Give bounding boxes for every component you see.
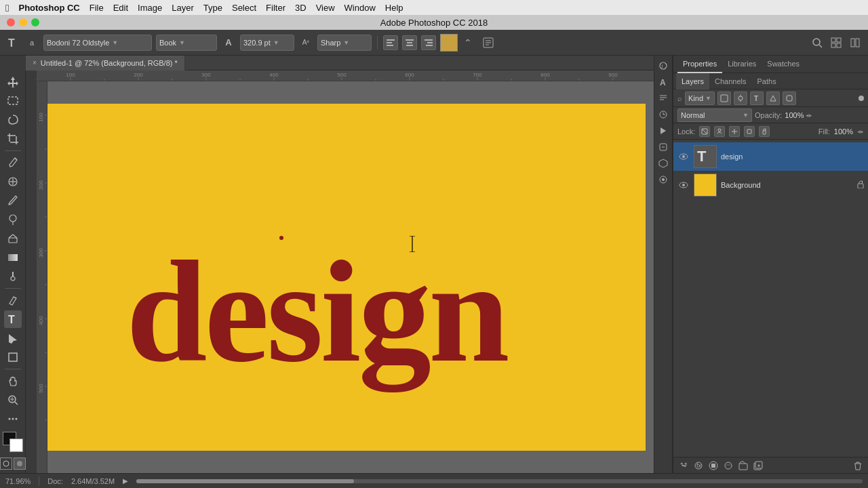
font-size-dropdown[interactable]: 320.9 pt ▼ [240, 35, 294, 51]
character-panel-button[interactable] [481, 35, 496, 50]
svg-text:700: 700 [473, 72, 482, 78]
filter-kind-dropdown[interactable]: Kind ▼ [685, 92, 715, 105]
filter-smart-icon[interactable] [783, 92, 796, 105]
pen-tool[interactable] [4, 291, 22, 309]
lock-image-icon[interactable] [714, 126, 725, 137]
menu-3d[interactable]: 3D [295, 3, 307, 13]
filter-text-icon[interactable]: T [750, 92, 764, 105]
shape-tool[interactable] [4, 348, 22, 366]
font-style-dropdown[interactable]: Book ▼ [156, 35, 217, 51]
properties-tab[interactable]: Properties [677, 56, 722, 73]
svg-rect-90 [711, 464, 715, 468]
character-panel-icon[interactable]: A [656, 75, 671, 89]
history-panel-icon[interactable] [656, 107, 671, 122]
paths-tab[interactable]: Paths [752, 73, 782, 89]
hand-tool[interactable] [4, 372, 22, 390]
canvas[interactable]: design [45, 104, 646, 451]
panel-toggle-icon[interactable]: i [656, 58, 671, 73]
adjustment-layer-button[interactable] [722, 460, 734, 472]
lock-transparent-icon[interactable] [699, 126, 710, 137]
text-color-swatch[interactable] [440, 34, 458, 52]
libraries-tab[interactable]: Libraries [722, 56, 762, 73]
maximize-button[interactable] [31, 18, 39, 26]
layer-visibility-design[interactable] [677, 150, 690, 163]
fill-value[interactable]: 100% [834, 127, 853, 136]
healing-tool[interactable] [4, 173, 22, 190]
channels-tab[interactable]: Channels [709, 73, 751, 89]
paragraph-panel-icon[interactable] [656, 91, 671, 106]
menu-view[interactable]: View [316, 3, 335, 13]
view-toggle-icon[interactable] [829, 35, 844, 50]
menu-help[interactable]: Help [385, 3, 403, 13]
new-layer-button[interactable] [752, 460, 764, 472]
standard-mode[interactable] [0, 458, 12, 470]
menu-image[interactable]: Image [138, 3, 162, 13]
quick-mask-mode[interactable] [14, 458, 26, 470]
3d-panel-icon[interactable] [656, 156, 671, 171]
document-tab[interactable]: × Untitled-1 @ 72% (Background, RGB/8) * [26, 56, 185, 70]
zoom-tool[interactable] [4, 391, 22, 409]
panel-bottom: fx [673, 457, 868, 473]
eyedropper-tool[interactable] [4, 154, 22, 171]
tab-close[interactable]: × [33, 59, 37, 66]
extras-tool[interactable] [4, 410, 22, 428]
menu-edit[interactable]: Edit [113, 3, 128, 13]
swatches-tab[interactable]: Swatches [762, 56, 805, 73]
background-color[interactable] [9, 439, 23, 452]
menu-layer[interactable]: Layer [172, 3, 194, 13]
apple-menu[interactable]:  [5, 2, 9, 14]
select-rect-tool[interactable] [4, 92, 22, 110]
dodge-tool[interactable] [4, 268, 22, 285]
eraser-tool[interactable] [4, 230, 22, 247]
menu-filter[interactable]: Filter [266, 3, 285, 13]
group-layers-button[interactable] [737, 460, 749, 472]
doc-arrow[interactable]: ▶ [123, 477, 128, 485]
delete-layer-button[interactable] [852, 460, 864, 472]
type-tool[interactable]: T [4, 310, 22, 328]
font-name-dropdown[interactable]: Bodoni 72 Oldstyle ▼ [43, 35, 152, 51]
layer-row-background[interactable]: Background [673, 171, 868, 199]
text-tool-icon[interactable]: T [5, 35, 20, 50]
clone-tool[interactable] [4, 211, 22, 228]
app-name[interactable]: Photoshop CC [18, 3, 79, 13]
close-button[interactable] [7, 18, 15, 26]
lasso-tool[interactable] [4, 111, 22, 129]
menu-type[interactable]: Type [203, 3, 222, 13]
add-style-button[interactable]: fx [692, 460, 705, 472]
align-center-button[interactable] [402, 35, 417, 50]
doc-size: 2.64M/3.52M [71, 477, 115, 485]
layer-visibility-background[interactable] [677, 179, 690, 191]
actions-panel-icon[interactable] [656, 123, 671, 138]
link-layers-button[interactable] [677, 460, 690, 472]
filter-vector-icon[interactable] [766, 92, 780, 105]
blend-mode-dropdown[interactable]: Normal ▼ [677, 108, 752, 122]
gradient-tool[interactable] [4, 249, 22, 266]
opacity-value[interactable]: 100% ◂▸ [785, 111, 812, 119]
layer-row-design[interactable]: T design [673, 142, 868, 171]
brush-tool[interactable] [4, 192, 22, 209]
warp-text-button[interactable]: ⌃ [462, 35, 477, 50]
menu-window[interactable]: Window [344, 3, 376, 13]
layers-tab[interactable]: Layers [676, 73, 709, 89]
crop-tool[interactable] [4, 130, 22, 148]
lock-position-icon[interactable] [729, 126, 740, 137]
menu-select[interactable]: Select [232, 3, 256, 13]
minimize-button[interactable] [19, 18, 27, 26]
add-mask-button[interactable] [707, 460, 719, 472]
antialiasing-dropdown[interactable]: Sharp ▼ [317, 35, 372, 51]
lock-artboard-icon[interactable] [744, 126, 755, 137]
svg-text:300: 300 [201, 72, 211, 78]
adjustments-panel-icon[interactable] [656, 140, 671, 155]
styles-panel-icon[interactable] [656, 172, 671, 187]
filter-adjust-icon[interactable] [734, 92, 747, 105]
search-icon[interactable] [810, 35, 825, 50]
lock-all-icon[interactable] [759, 126, 770, 137]
path-select-tool[interactable] [4, 329, 22, 347]
menu-file[interactable]: File [90, 3, 104, 13]
arrange-icon[interactable] [848, 35, 863, 50]
align-left-button[interactable] [383, 35, 398, 50]
move-tool[interactable] [4, 73, 22, 91]
svg-line-45 [15, 402, 18, 405]
align-right-button[interactable] [421, 35, 436, 50]
filter-pixel-icon[interactable] [717, 92, 731, 105]
